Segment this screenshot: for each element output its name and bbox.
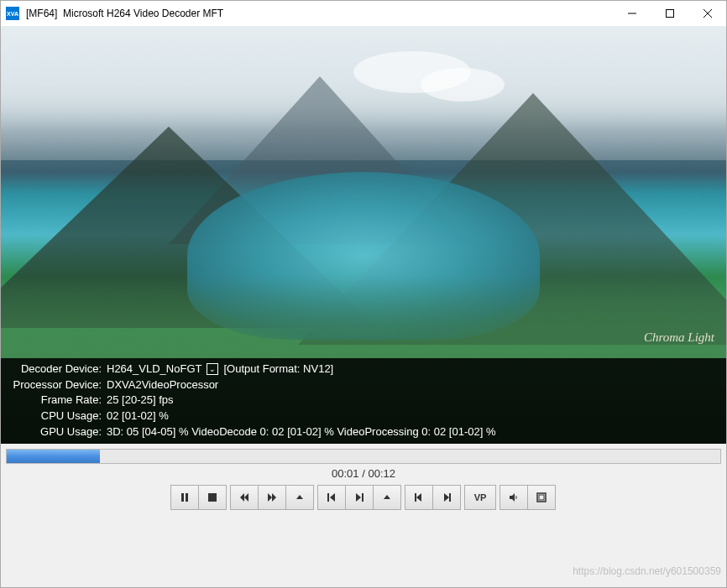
frame-rate-value: 25 [20-25] fps: [107, 393, 718, 408]
pause-button[interactable]: [170, 485, 199, 510]
close-button[interactable]: [688, 2, 726, 26]
cpu-usage-value: 02 [01-02] %: [107, 408, 718, 424]
svg-rect-6: [208, 493, 217, 502]
decoder-device-value: H264_VLD_NoFGT: [107, 362, 201, 377]
frame-back-button[interactable]: [405, 485, 433, 510]
decoder-dropdown-icon[interactable]: ⌄: [207, 363, 218, 375]
svg-rect-18: [415, 493, 416, 502]
minimize-button[interactable]: [613, 2, 651, 26]
source-watermark: https://blog.csdn.net/y601500359: [573, 565, 721, 577]
svg-rect-5: [186, 493, 188, 502]
frame-forward-button[interactable]: [432, 485, 461, 510]
cpu-usage-label: CPU Usage:: [1, 408, 107, 424]
control-bar: 00:01 / 00:12 VP https://blog.csdn.net/y…: [1, 444, 726, 587]
seek-bar[interactable]: [6, 449, 721, 464]
svg-marker-7: [240, 493, 244, 502]
gpu-usage-label: GPU Usage:: [1, 424, 107, 440]
processor-device-value: DXVA2VideoProcessor: [107, 377, 718, 393]
maximize-button[interactable]: [651, 2, 688, 26]
speed-menu-button[interactable]: [285, 485, 314, 510]
seek-fill: [7, 450, 100, 463]
svg-marker-10: [272, 493, 276, 502]
vp-button[interactable]: VP: [464, 485, 496, 510]
output-format: [Output Format: NV12]: [223, 362, 333, 377]
svg-marker-17: [416, 493, 421, 502]
decoder-device-label: Decoder Device:: [1, 362, 107, 377]
svg-marker-20: [444, 493, 449, 502]
gpu-usage-value: 3D: 05 [04-05] % VideoDecode 0: 02 [01-0…: [107, 424, 718, 440]
rewind-button[interactable]: [230, 485, 259, 510]
svg-rect-23: [539, 495, 544, 500]
time-display: 00:01 / 00:12: [6, 467, 721, 480]
svg-rect-12: [327, 493, 329, 502]
svg-rect-1: [666, 10, 673, 18]
fast-forward-button[interactable]: [258, 485, 286, 510]
stop-button[interactable]: [198, 485, 227, 510]
svg-marker-16: [384, 495, 390, 499]
titlebar: XVA [MF64] Microsoft H264 Video Decoder …: [1, 1, 726, 26]
svg-rect-0: [628, 13, 636, 14]
svg-marker-21: [510, 493, 515, 502]
fullscreen-button[interactable]: [527, 485, 556, 510]
svg-marker-11: [296, 495, 303, 499]
volume-button[interactable]: [499, 485, 528, 510]
stats-overlay: Decoder Device: H264_VLD_NoFGT ⌄ [Output…: [1, 358, 726, 444]
loop-menu-button[interactable]: [373, 485, 401, 510]
frame-rate-label: Frame Rate:: [1, 393, 107, 408]
svg-marker-13: [330, 493, 335, 502]
svg-marker-8: [244, 493, 248, 502]
app-icon: XVA: [6, 7, 19, 20]
svg-marker-14: [356, 493, 361, 502]
loop-start-button[interactable]: [317, 485, 346, 510]
loop-end-button[interactable]: [345, 485, 374, 510]
svg-marker-9: [268, 493, 272, 502]
video-viewport: Chroma Light Decoder Device: H264_VLD_No…: [1, 26, 726, 444]
window-title: [MF64] Microsoft H264 Video Decoder MFT: [26, 8, 613, 19]
video-watermark: Chroma Light: [644, 330, 714, 345]
svg-rect-19: [449, 493, 451, 502]
processor-device-label: Processor Device:: [1, 377, 107, 393]
button-row: VP: [6, 485, 721, 515]
svg-rect-15: [362, 493, 364, 502]
svg-rect-4: [181, 493, 184, 502]
